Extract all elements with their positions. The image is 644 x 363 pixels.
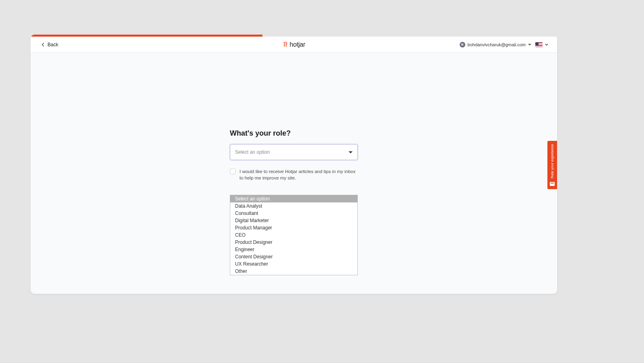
caret-down-icon — [349, 151, 353, 153]
hotjar-logo-icon — [283, 42, 288, 47]
user-email: bohdanvivcharuk@gmail.com — [468, 42, 526, 47]
logo-text: hotjar — [290, 41, 305, 48]
role-option-ux-researcher[interactable]: UX Researcher — [230, 260, 357, 268]
back-button[interactable]: Back — [39, 40, 61, 49]
newsletter-checkbox[interactable] — [230, 169, 235, 174]
role-option-placeholder[interactable]: Select an option — [230, 195, 357, 202]
question-heading: What's your role? — [230, 129, 358, 138]
back-label: Back — [47, 42, 58, 47]
content-area: What's your role? Select an option I wou… — [31, 53, 557, 294]
role-select[interactable]: Select an option — [230, 144, 358, 160]
role-option-consultant[interactable]: Consultant — [230, 210, 357, 217]
role-dropdown-list: Select an option Data Analyst Consultant… — [230, 195, 358, 275]
role-option-other[interactable]: Other — [230, 268, 357, 275]
role-option-digital-marketer[interactable]: Digital Marketer — [230, 217, 357, 224]
topbar-right: B bohdanvivcharuk@gmail.com — [460, 42, 549, 47]
chevron-down-icon — [544, 42, 549, 47]
feedback-icon — [550, 182, 555, 186]
select-placeholder: Select an option — [235, 149, 270, 155]
role-option-engineer[interactable]: Engineer — [230, 246, 357, 253]
user-menu[interactable]: B bohdanvivcharuk@gmail.com — [460, 42, 531, 47]
us-flag-icon — [535, 42, 543, 47]
role-option-ceo[interactable]: CEO — [230, 231, 357, 239]
newsletter-label: I would like to receive Hotjar articles … — [239, 168, 358, 181]
role-option-product-manager[interactable]: Product Manager — [230, 224, 357, 231]
role-option-product-designer[interactable]: Product Designer — [230, 239, 357, 246]
feedback-label: Rate your experience — [550, 144, 554, 179]
language-selector[interactable] — [535, 42, 549, 47]
newsletter-checkbox-row: I would like to receive Hotjar articles … — [230, 168, 358, 181]
caret-down-icon — [528, 44, 531, 45]
role-option-data-analyst[interactable]: Data Analyst — [230, 202, 357, 210]
role-option-content-designer[interactable]: Content Designer — [230, 253, 357, 260]
feedback-tab[interactable]: Rate your experience — [547, 141, 557, 189]
topbar: Back hotjar B bohdanvivcharuk@gmail.com — [31, 37, 557, 53]
role-form: What's your role? Select an option I wou… — [230, 129, 358, 294]
chevron-left-icon — [41, 43, 45, 47]
app-window: Back hotjar B bohdanvivcharuk@gmail.com — [31, 35, 557, 294]
avatar: B — [460, 42, 465, 47]
logo: hotjar — [283, 41, 305, 48]
